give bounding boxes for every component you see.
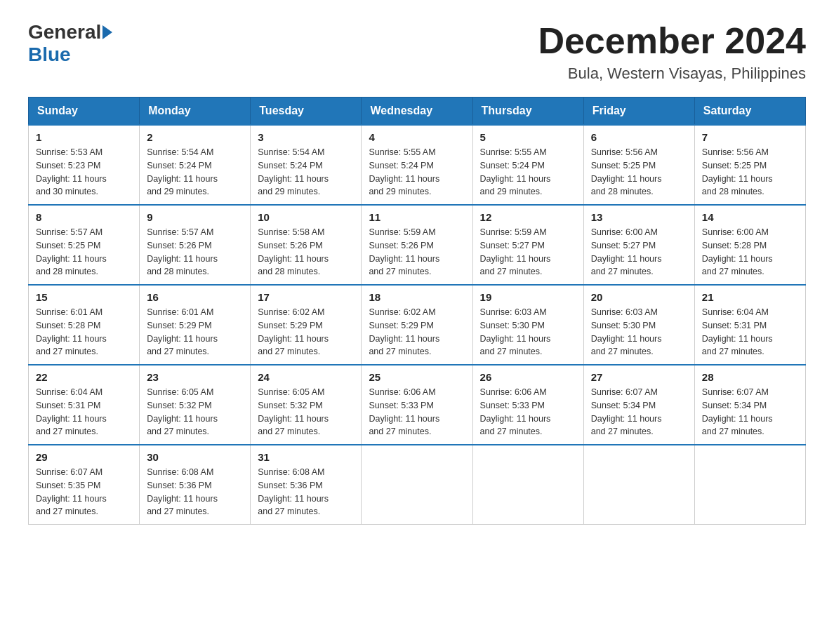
column-header-sunday: Sunday bbox=[29, 98, 140, 126]
cell-sun-info: Sunrise: 6:07 AMSunset: 5:34 PMDaylight:… bbox=[591, 386, 687, 438]
cell-date-number: 21 bbox=[702, 291, 798, 303]
cell-sun-info: Sunrise: 6:05 AMSunset: 5:32 PMDaylight:… bbox=[258, 386, 354, 438]
calendar-cell: 27Sunrise: 6:07 AMSunset: 5:34 PMDayligh… bbox=[583, 365, 694, 445]
logo-arrow-icon bbox=[102, 25, 112, 39]
cell-date-number: 14 bbox=[702, 211, 798, 223]
cell-sun-info: Sunrise: 5:58 AMSunset: 5:26 PMDaylight:… bbox=[258, 226, 354, 279]
calendar-cell: 24Sunrise: 6:05 AMSunset: 5:32 PMDayligh… bbox=[251, 365, 362, 445]
cell-sun-info: Sunrise: 6:04 AMSunset: 5:31 PMDaylight:… bbox=[36, 386, 132, 438]
cell-date-number: 4 bbox=[369, 131, 465, 143]
cell-date-number: 29 bbox=[36, 451, 132, 463]
cell-date-number: 19 bbox=[480, 291, 576, 303]
calendar-cell: 16Sunrise: 6:01 AMSunset: 5:29 PMDayligh… bbox=[140, 285, 251, 365]
calendar-cell: 22Sunrise: 6:04 AMSunset: 5:31 PMDayligh… bbox=[29, 365, 140, 445]
calendar-cell: 7Sunrise: 5:56 AMSunset: 5:25 PMDaylight… bbox=[694, 125, 805, 205]
location-title: Bula, Western Visayas, Philippines bbox=[538, 65, 806, 83]
cell-date-number: 24 bbox=[258, 371, 354, 383]
logo: General Blue bbox=[28, 21, 114, 66]
cell-sun-info: Sunrise: 6:08 AMSunset: 5:36 PMDaylight:… bbox=[147, 466, 243, 518]
cell-sun-info: Sunrise: 6:08 AMSunset: 5:36 PMDaylight:… bbox=[258, 466, 354, 518]
cell-sun-info: Sunrise: 5:56 AMSunset: 5:25 PMDaylight:… bbox=[591, 146, 687, 199]
calendar-cell: 23Sunrise: 6:05 AMSunset: 5:32 PMDayligh… bbox=[140, 365, 251, 445]
title-block: December 2024 Bula, Western Visayas, Phi… bbox=[538, 21, 806, 83]
calendar-cell bbox=[694, 445, 805, 525]
cell-date-number: 5 bbox=[480, 131, 576, 143]
cell-date-number: 2 bbox=[147, 131, 243, 143]
calendar-cell: 11Sunrise: 5:59 AMSunset: 5:26 PMDayligh… bbox=[362, 205, 472, 285]
cell-sun-info: Sunrise: 5:54 AMSunset: 5:24 PMDaylight:… bbox=[147, 146, 243, 199]
calendar-cell: 4Sunrise: 5:55 AMSunset: 5:24 PMDaylight… bbox=[362, 125, 472, 205]
column-header-tuesday: Tuesday bbox=[251, 98, 362, 126]
cell-date-number: 25 bbox=[369, 371, 465, 383]
cell-sun-info: Sunrise: 5:59 AMSunset: 5:27 PMDaylight:… bbox=[480, 226, 576, 279]
calendar-cell: 15Sunrise: 6:01 AMSunset: 5:28 PMDayligh… bbox=[29, 285, 140, 365]
cell-date-number: 18 bbox=[369, 291, 465, 303]
cell-sun-info: Sunrise: 5:56 AMSunset: 5:25 PMDaylight:… bbox=[702, 146, 798, 199]
cell-date-number: 15 bbox=[36, 291, 132, 303]
week-row-2: 8Sunrise: 5:57 AMSunset: 5:25 PMDaylight… bbox=[29, 205, 806, 285]
cell-date-number: 1 bbox=[36, 131, 132, 143]
cell-date-number: 23 bbox=[147, 371, 243, 383]
calendar-cell bbox=[362, 445, 472, 525]
calendar-cell: 3Sunrise: 5:54 AMSunset: 5:24 PMDaylight… bbox=[251, 125, 362, 205]
calendar-cell: 18Sunrise: 6:02 AMSunset: 5:29 PMDayligh… bbox=[362, 285, 472, 365]
cell-sun-info: Sunrise: 6:01 AMSunset: 5:29 PMDaylight:… bbox=[147, 306, 243, 358]
cell-sun-info: Sunrise: 5:54 AMSunset: 5:24 PMDaylight:… bbox=[258, 146, 354, 199]
cell-date-number: 30 bbox=[147, 451, 243, 463]
cell-sun-info: Sunrise: 6:00 AMSunset: 5:28 PMDaylight:… bbox=[702, 226, 798, 279]
calendar-cell: 12Sunrise: 5:59 AMSunset: 5:27 PMDayligh… bbox=[472, 205, 583, 285]
cell-date-number: 9 bbox=[147, 211, 243, 223]
column-header-monday: Monday bbox=[140, 98, 251, 126]
cell-date-number: 17 bbox=[258, 291, 354, 303]
cell-date-number: 10 bbox=[258, 211, 354, 223]
header-row: SundayMondayTuesdayWednesdayThursdayFrid… bbox=[29, 98, 806, 126]
cell-date-number: 20 bbox=[591, 291, 687, 303]
column-header-saturday: Saturday bbox=[694, 98, 805, 126]
calendar-cell: 9Sunrise: 5:57 AMSunset: 5:26 PMDaylight… bbox=[140, 205, 251, 285]
calendar-cell: 30Sunrise: 6:08 AMSunset: 5:36 PMDayligh… bbox=[140, 445, 251, 525]
cell-date-number: 7 bbox=[702, 131, 798, 143]
cell-sun-info: Sunrise: 6:05 AMSunset: 5:32 PMDaylight:… bbox=[147, 386, 243, 438]
cell-date-number: 8 bbox=[36, 211, 132, 223]
cell-date-number: 16 bbox=[147, 291, 243, 303]
cell-sun-info: Sunrise: 5:57 AMSunset: 5:25 PMDaylight:… bbox=[36, 226, 132, 279]
cell-date-number: 3 bbox=[258, 131, 354, 143]
week-row-1: 1Sunrise: 5:53 AMSunset: 5:23 PMDaylight… bbox=[29, 125, 806, 205]
cell-sun-info: Sunrise: 6:02 AMSunset: 5:29 PMDaylight:… bbox=[258, 306, 354, 358]
month-title: December 2024 bbox=[538, 21, 806, 61]
week-row-5: 29Sunrise: 6:07 AMSunset: 5:35 PMDayligh… bbox=[29, 445, 806, 525]
calendar-cell: 26Sunrise: 6:06 AMSunset: 5:33 PMDayligh… bbox=[472, 365, 583, 445]
cell-date-number: 6 bbox=[591, 131, 687, 143]
cell-sun-info: Sunrise: 6:04 AMSunset: 5:31 PMDaylight:… bbox=[702, 306, 798, 358]
calendar-cell: 8Sunrise: 5:57 AMSunset: 5:25 PMDaylight… bbox=[29, 205, 140, 285]
calendar-cell: 1Sunrise: 5:53 AMSunset: 5:23 PMDaylight… bbox=[29, 125, 140, 205]
cell-sun-info: Sunrise: 5:59 AMSunset: 5:26 PMDaylight:… bbox=[369, 226, 465, 279]
column-header-friday: Friday bbox=[583, 98, 694, 126]
calendar-cell: 19Sunrise: 6:03 AMSunset: 5:30 PMDayligh… bbox=[472, 285, 583, 365]
calendar-cell: 2Sunrise: 5:54 AMSunset: 5:24 PMDaylight… bbox=[140, 125, 251, 205]
cell-date-number: 22 bbox=[36, 371, 132, 383]
cell-sun-info: Sunrise: 6:06 AMSunset: 5:33 PMDaylight:… bbox=[480, 386, 576, 438]
calendar-cell: 10Sunrise: 5:58 AMSunset: 5:26 PMDayligh… bbox=[251, 205, 362, 285]
column-header-thursday: Thursday bbox=[472, 98, 583, 126]
calendar-cell: 5Sunrise: 5:55 AMSunset: 5:24 PMDaylight… bbox=[472, 125, 583, 205]
week-row-3: 15Sunrise: 6:01 AMSunset: 5:28 PMDayligh… bbox=[29, 285, 806, 365]
cell-date-number: 13 bbox=[591, 211, 687, 223]
cell-sun-info: Sunrise: 6:06 AMSunset: 5:33 PMDaylight:… bbox=[369, 386, 465, 438]
logo-blue-text: Blue bbox=[28, 43, 71, 65]
calendar-cell: 14Sunrise: 6:00 AMSunset: 5:28 PMDayligh… bbox=[694, 205, 805, 285]
cell-date-number: 27 bbox=[591, 371, 687, 383]
calendar-table: SundayMondayTuesdayWednesdayThursdayFrid… bbox=[28, 97, 806, 525]
calendar-cell: 20Sunrise: 6:03 AMSunset: 5:30 PMDayligh… bbox=[583, 285, 694, 365]
cell-sun-info: Sunrise: 6:07 AMSunset: 5:34 PMDaylight:… bbox=[702, 386, 798, 438]
calendar-cell bbox=[583, 445, 694, 525]
cell-date-number: 28 bbox=[702, 371, 798, 383]
week-row-4: 22Sunrise: 6:04 AMSunset: 5:31 PMDayligh… bbox=[29, 365, 806, 445]
cell-sun-info: Sunrise: 5:53 AMSunset: 5:23 PMDaylight:… bbox=[36, 146, 132, 199]
calendar-cell: 28Sunrise: 6:07 AMSunset: 5:34 PMDayligh… bbox=[694, 365, 805, 445]
cell-sun-info: Sunrise: 6:02 AMSunset: 5:29 PMDaylight:… bbox=[369, 306, 465, 358]
page-header: General Blue December 2024 Bula, Western… bbox=[28, 21, 806, 83]
calendar-cell: 31Sunrise: 6:08 AMSunset: 5:36 PMDayligh… bbox=[251, 445, 362, 525]
column-header-wednesday: Wednesday bbox=[362, 98, 472, 126]
cell-date-number: 31 bbox=[258, 451, 354, 463]
